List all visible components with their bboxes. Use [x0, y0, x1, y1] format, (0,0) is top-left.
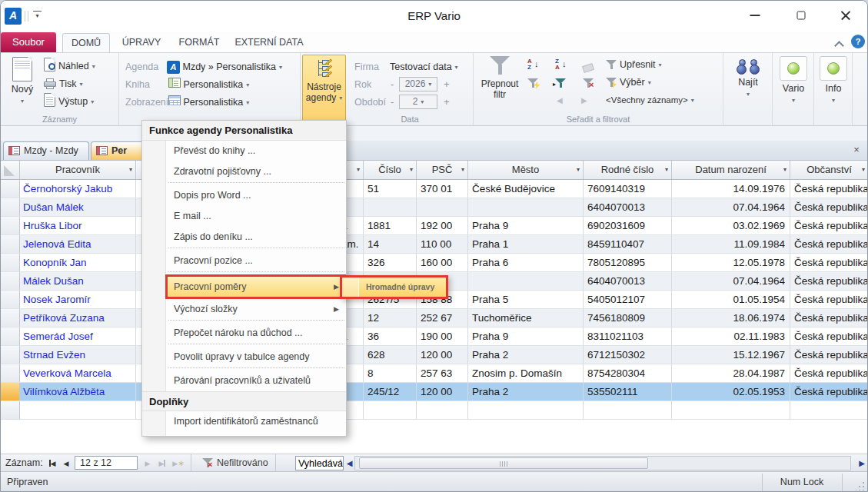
ribbon-tab-format[interactable]: FORMÁT: [173, 33, 225, 52]
cell-datum-narozeni[interactable]: 01.05.1954: [672, 291, 790, 308]
cell-obcanstvi[interactable]: Česká republika: [790, 272, 868, 290]
cell-obcanstvi[interactable]: Česká republika: [790, 198, 868, 216]
cell-cislo[interactable]: 8: [364, 364, 417, 382]
cell-obcanstvi[interactable]: Česká republika: [790, 235, 868, 253]
year-plus-button[interactable]: +: [444, 76, 450, 93]
year-minus-button[interactable]: -: [391, 76, 394, 93]
cell-pracovnik[interactable]: Dušan Málek: [20, 198, 136, 216]
row-selector[interactable]: [1, 198, 20, 216]
cell-mesto[interactable]: Tuchoměřice: [468, 309, 584, 327]
scrollbar-thumb[interactable]: [359, 457, 648, 469]
table-row[interactable]: Semerád Josef a 36 190 00 Praha 9 831102…: [1, 327, 868, 346]
cell-datum-narozeni[interactable]: 14.09.1976: [672, 180, 790, 198]
cell-datum-narozeni[interactable]: 07.04.1964: [672, 272, 790, 290]
advanced-filter-button[interactable]: Upřesnit: [606, 57, 662, 72]
cell-rodne-cislo[interactable]: 7609140319: [584, 180, 672, 198]
info-button[interactable]: Info: [818, 56, 849, 122]
output-button[interactable]: Výstup: [44, 93, 94, 110]
cell-psc[interactable]: 190 00: [417, 327, 468, 345]
new-record-nav-button[interactable]: ▶∗: [171, 457, 186, 470]
cell-datum-narozeni[interactable]: 03.02.1969: [672, 217, 790, 234]
filter-status-button[interactable]: Nefiltrováno: [217, 454, 268, 472]
cell-datum-narozeni[interactable]: [672, 401, 790, 419]
cell-datum-narozeni[interactable]: 11.09.1984: [672, 235, 790, 253]
column-header-obcanstvi[interactable]: Občanství: [790, 161, 868, 179]
collapse-ribbon-icon[interactable]: [834, 41, 844, 51]
cell-mesto[interactable]: Praha 5: [468, 291, 584, 308]
cell-datum-narozeni[interactable]: 02.05.1953: [672, 383, 790, 401]
cell-obcanstvi[interactable]: Česká republika: [790, 383, 868, 401]
table-row[interactable]: Černohorský Jakub 51 370 01 České Budějo…: [1, 180, 868, 198]
cell-obcanstvi[interactable]: Česká republika: [790, 217, 868, 234]
cell-mesto[interactable]: Praha 6: [468, 254, 584, 271]
menu-item-dopis-pro-word[interactable]: Dopis pro Word ...: [142, 185, 346, 206]
row-selector[interactable]: [1, 346, 20, 364]
cell-datum-narozeni[interactable]: 15.12.1967: [672, 346, 790, 364]
column-header-pracovnik[interactable]: Pracovník: [20, 161, 136, 179]
close-button[interactable]: [828, 1, 863, 30]
cell-rodne-cislo[interactable]: 7805120895: [584, 254, 672, 271]
sort-asc-button[interactable]: AZ↓: [527, 58, 543, 75]
cell-rodne-cislo[interactable]: 5405012107: [584, 291, 672, 308]
cell-pracovnik[interactable]: Petříková Zuzana: [20, 309, 136, 327]
row-selector[interactable]: [1, 254, 20, 271]
cell-psc[interactable]: 110 00: [417, 235, 468, 253]
cell-pracovnik[interactable]: Černohorský Jakub: [20, 180, 136, 198]
tab-close-icon[interactable]: ×: [851, 145, 862, 155]
filter-apply-button[interactable]: ▸: [555, 78, 566, 91]
cell-rodne-cislo[interactable]: [584, 401, 672, 419]
table-row[interactable]: Petříková Zuzana 12 252 67 Tuchoměřice 7…: [1, 309, 868, 327]
print-button[interactable]: Tisk: [44, 75, 82, 92]
all-records-select[interactable]: <Všechny záznamy>: [606, 92, 694, 108]
ribbon-tab-externi-data[interactable]: EXTERNÍ DATA: [231, 33, 307, 52]
cell-pracovnik[interactable]: [20, 401, 136, 419]
cell-pracovnik[interactable]: Veverková Marcela: [20, 364, 136, 382]
remove-filter-button[interactable]: ×: [583, 78, 594, 91]
column-header-cislo[interactable]: Číslo: [364, 161, 417, 179]
table-row[interactable]: Konopník Jan 326 160 00 Praha 6 78051208…: [1, 254, 868, 272]
kniha-selector[interactable]: Personalistika: [168, 76, 249, 94]
ribbon-tab-upravy[interactable]: ÚPRAVY: [116, 33, 167, 52]
cell-cislo[interactable]: 14: [364, 235, 417, 253]
file-tab[interactable]: Soubor: [1, 32, 56, 52]
cell-rodne-cislo[interactable]: 8459110407: [584, 235, 672, 253]
column-header-mesto[interactable]: Město: [468, 161, 584, 179]
select-all-corner[interactable]: [1, 161, 20, 179]
cell-cislo[interactable]: 326: [364, 254, 417, 271]
cell-cislo[interactable]: 36: [364, 327, 417, 345]
help-icon[interactable]: ?: [851, 35, 865, 48]
row-selector[interactable]: [1, 327, 20, 345]
row-selector[interactable]: [1, 272, 20, 290]
scroll-right-icon[interactable]: ▶: [856, 456, 868, 470]
cell-pracovnik[interactable]: Semerád Josef: [20, 327, 136, 345]
cell-rodne-cislo[interactable]: 535502111: [584, 383, 672, 401]
cell-mesto[interactable]: [468, 401, 584, 419]
cell-datum-narozeni[interactable]: 18.06.1974: [672, 309, 790, 327]
prev-page-icon[interactable]: ◀: [557, 96, 563, 105]
search-input[interactable]: [295, 456, 344, 470]
cell-pracovnik[interactable]: Strnad Evžen: [20, 346, 136, 364]
firma-selector[interactable]: Testovací data: [390, 58, 458, 76]
cell-obcanstvi[interactable]: Česká republika: [790, 291, 868, 308]
table-row[interactable]: Dušan Málek 6404070013 07.04.1964 Česká …: [1, 198, 868, 217]
cell-mesto[interactable]: Praha 1: [468, 235, 584, 253]
selection-filter-button[interactable]: Výběr: [606, 75, 651, 90]
cell-pracovnik[interactable]: Nosek Jaromír: [20, 291, 136, 308]
table-row[interactable]: Veverková Marcela 8 257 63 Znosim p. Dom…: [1, 364, 868, 383]
menu-item-povolit-upravy[interactable]: Povolit úpravy v tabulce agendy: [142, 347, 346, 367]
table-row-empty[interactable]: [1, 401, 868, 420]
cell-mesto[interactable]: [468, 272, 584, 290]
cell-cislo[interactable]: 245/12: [364, 383, 417, 401]
cell-psc[interactable]: [417, 401, 468, 419]
row-selector[interactable]: [1, 291, 20, 308]
year-select[interactable]: 2026: [399, 77, 437, 91]
cell-psc[interactable]: 192 00: [417, 217, 468, 234]
maximize-button[interactable]: [783, 1, 818, 30]
sort-desc-button[interactable]: ZA↓: [555, 58, 570, 75]
tab-personalistika[interactable]: Per: [91, 141, 145, 160]
cell-rodne-cislo[interactable]: 8754280304: [584, 364, 672, 382]
preview-button[interactable]: Náhled: [44, 58, 95, 75]
cell-psc[interactable]: 160 00: [417, 254, 468, 271]
table-row[interactable]: Strnad Evžen 628 120 00 Praha 2 67121503…: [1, 346, 868, 364]
cell-obcanstvi[interactable]: Česká republika: [790, 327, 868, 345]
